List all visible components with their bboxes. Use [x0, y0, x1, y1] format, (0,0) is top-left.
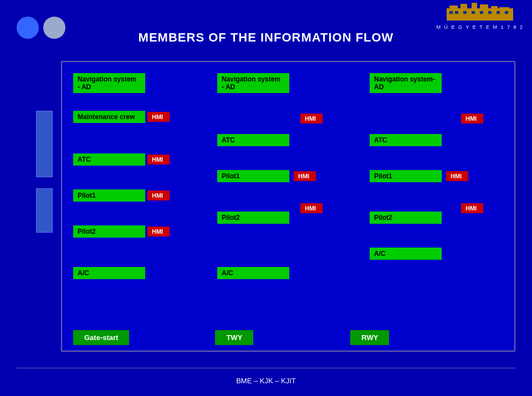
col3-pilot2-label: Pilot2	[370, 212, 442, 224]
col1-maintenance-crew: Maintenance crew HMI	[73, 111, 170, 123]
logo-building-icon	[444, 3, 516, 22]
svg-rect-7	[449, 11, 453, 14]
col1-ac-label: A/C	[73, 267, 145, 279]
col2-pilot2-label: Pilot2	[217, 212, 289, 224]
page-title: MEMBERS OF THE INFORMATION FLOW	[0, 30, 532, 45]
col1-pilot1-label: Pilot1	[73, 189, 145, 202]
col2-ac: A/C	[217, 267, 289, 279]
phase-gate-start: Gate-start	[73, 330, 129, 345]
col2-nav-system: Navigation system- AD	[217, 73, 289, 93]
col3-atc-label: ATC	[370, 134, 442, 146]
svg-rect-12	[488, 11, 492, 14]
col1-pilot2-label: Pilot2	[73, 225, 145, 238]
col2-mid-hmi: HMI	[300, 203, 323, 213]
svg-rect-5	[491, 6, 498, 11]
footer-divider	[17, 368, 515, 368]
svg-rect-2	[461, 4, 467, 11]
main-content-box: Navigation system- AD Maintenance crew H…	[61, 61, 515, 352]
col1-atc-hmi: HMI	[147, 155, 170, 164]
col1-maintenance-hmi: HMI	[147, 112, 170, 122]
col2-nav-hmi: HMI	[300, 114, 323, 124]
col2-atc: ATC	[217, 134, 289, 146]
svg-rect-9	[463, 11, 467, 14]
col3-pilot2-hmi: HMI	[461, 203, 483, 213]
col3-pilot1-hmi: HMI	[446, 171, 468, 181]
svg-rect-1	[449, 6, 458, 11]
phase-rwy: RWY	[350, 330, 389, 345]
col2-pilot1-hmi: HMI	[294, 171, 316, 181]
svg-rect-4	[480, 4, 488, 11]
col3-ac-label: A/C	[370, 248, 442, 260]
left-decorative-bar-1	[36, 111, 53, 177]
svg-rect-3	[472, 3, 477, 11]
col2-ac-label: A/C	[217, 267, 289, 279]
col1-atc-label: ATC	[73, 153, 145, 166]
phase-labels: Gate-start TWY RWY	[73, 330, 389, 345]
col3-pilot1: Pilot1 HMI	[370, 170, 468, 182]
col3-atc: ATC	[370, 134, 442, 146]
col2-atc-label: ATC	[217, 134, 289, 146]
col1-atc: ATC HMI	[73, 153, 170, 166]
col1-pilot2-hmi: HMI	[147, 227, 170, 236]
col2-pilot1: Pilot1 HMI	[217, 170, 316, 182]
col2-mid-hmi-badge: HMI	[300, 203, 323, 213]
col3-ac: A/C	[370, 248, 442, 260]
col3-nav-hmi: HMI	[461, 114, 483, 124]
col3-pilot2-hmi-badge: HMI	[461, 203, 483, 213]
footer-text: BME – KJK – KJIT	[0, 377, 532, 385]
col3-pilot1-label: Pilot1	[370, 170, 442, 182]
col1-pilot1: Pilot1 HMI	[73, 189, 170, 202]
col1-ac: A/C	[73, 267, 145, 279]
col2-pilot2: Pilot2	[217, 212, 289, 224]
col1-pilot2: Pilot2 HMI	[73, 225, 170, 238]
left-decorative-bar-2	[36, 188, 53, 233]
svg-rect-14	[505, 11, 508, 14]
col3-nav-system: Navigation system-AD	[370, 73, 442, 93]
col3-pilot2: Pilot2	[370, 212, 442, 224]
col2-nav-system-label: Navigation system- AD	[217, 73, 289, 93]
col3-nav-hmi-badge: HMI	[461, 114, 483, 124]
col1-pilot1-hmi: HMI	[147, 191, 170, 200]
col1-nav-system: Navigation system- AD	[73, 73, 145, 93]
col1-nav-system-label: Navigation system- AD	[73, 73, 145, 93]
svg-rect-6	[499, 7, 509, 11]
logo-text: M Ú E G Y E T E M 1 7 8 2	[437, 24, 524, 30]
svg-rect-13	[497, 11, 500, 14]
university-logo: M Ú E G Y E T E M 1 7 8 2	[437, 3, 524, 30]
col1-maintenance-label: Maintenance crew	[73, 111, 145, 123]
svg-rect-10	[472, 11, 475, 14]
col3-nav-system-label: Navigation system-AD	[370, 73, 442, 93]
col2-pilot1-label: Pilot1	[217, 170, 289, 182]
col2-nav-hmi-badge: HMI	[300, 114, 323, 124]
svg-rect-11	[480, 11, 483, 14]
svg-rect-8	[455, 11, 458, 14]
phase-twy: TWY	[215, 330, 253, 345]
